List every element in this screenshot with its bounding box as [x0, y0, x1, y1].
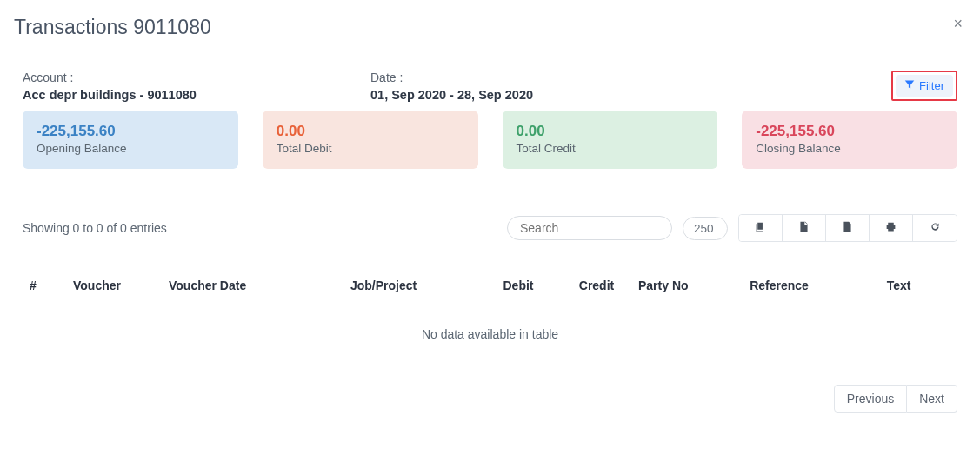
date-label: Date : — [370, 71, 891, 84]
card-opening-balance: -225,155.60 Opening Balance — [23, 111, 238, 169]
card-closing-balance: -225,155.60 Closing Balance — [742, 111, 957, 169]
col-voucher[interactable]: Voucher — [66, 270, 162, 301]
card-total-credit: 0.00 Total Credit — [503, 111, 718, 169]
opening-balance-value: -225,155.60 — [37, 123, 224, 140]
col-credit[interactable]: Credit — [562, 270, 631, 301]
showing-text: Showing 0 to 0 of 0 entries — [23, 221, 167, 235]
col-reference[interactable]: Reference — [718, 270, 840, 301]
transactions-table: # Voucher Voucher Date Job/Project Debit… — [23, 270, 957, 350]
page-size-select[interactable]: 250 — [683, 217, 728, 240]
filter-button[interactable]: Filter — [896, 75, 953, 97]
account-label: Account : — [23, 71, 370, 84]
close-icon[interactable]: × — [950, 16, 966, 31]
filter-icon — [904, 79, 915, 92]
col-num[interactable]: # — [23, 270, 66, 301]
filter-label: Filter — [919, 79, 944, 92]
total-credit-label: Total Credit — [517, 142, 704, 155]
export-button-group — [738, 214, 957, 242]
total-debit-label: Total Debit — [277, 142, 464, 155]
table-empty-row: No data available in table — [23, 301, 957, 350]
copy-icon — [755, 221, 766, 235]
total-debit-value: 0.00 — [277, 123, 464, 140]
col-text[interactable]: Text — [840, 270, 957, 301]
col-job-project[interactable]: Job/Project — [292, 270, 475, 301]
export-excel-button[interactable] — [826, 215, 870, 241]
copy-button[interactable] — [739, 215, 783, 241]
account-block: Account : Acc depr buildings - 9011080 — [23, 71, 370, 102]
no-data-message: No data available in table — [23, 301, 957, 350]
search-input[interactable] — [507, 216, 672, 240]
file-excel-icon — [842, 221, 853, 235]
print-icon — [885, 221, 897, 235]
file-icon — [798, 221, 810, 235]
opening-balance-label: Opening Balance — [37, 142, 224, 155]
col-voucher-date[interactable]: Voucher Date — [162, 270, 292, 301]
export-csv-button[interactable] — [783, 215, 826, 241]
total-credit-value: 0.00 — [517, 123, 704, 140]
next-button[interactable]: Next — [907, 385, 957, 413]
closing-balance-label: Closing Balance — [756, 142, 943, 155]
col-debit[interactable]: Debit — [475, 270, 562, 301]
previous-button[interactable]: Previous — [834, 385, 907, 413]
refresh-button[interactable] — [913, 215, 957, 241]
filter-highlight: Filter — [891, 71, 957, 101]
col-party-no[interactable]: Party No — [631, 270, 718, 301]
page-title: Transactions 9011080 — [14, 16, 211, 39]
date-block: Date : 01, Sep 2020 - 28, Sep 2020 — [370, 71, 891, 102]
closing-balance-value: -225,155.60 — [756, 123, 943, 140]
card-total-debit: 0.00 Total Debit — [263, 111, 478, 169]
date-value: 01, Sep 2020 - 28, Sep 2020 — [370, 88, 891, 102]
refresh-icon — [930, 221, 941, 235]
print-button[interactable] — [870, 215, 913, 241]
account-value: Acc depr buildings - 9011080 — [23, 88, 370, 102]
